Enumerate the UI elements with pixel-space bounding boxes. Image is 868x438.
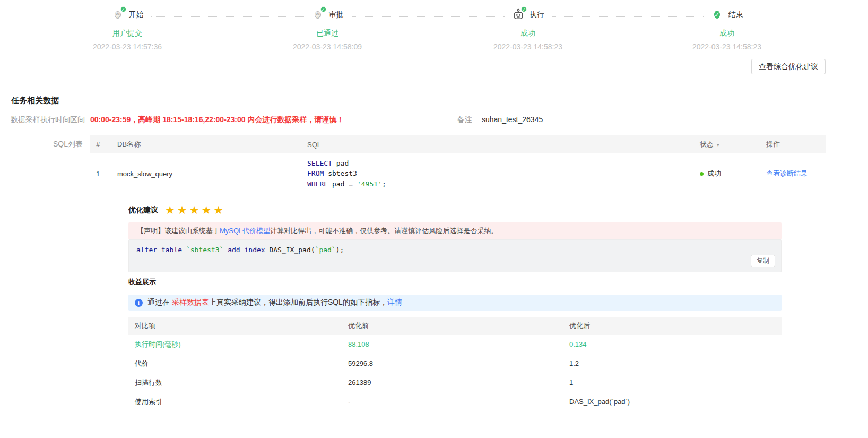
before-value: -: [348, 398, 569, 406]
col-sql: SQL: [307, 141, 700, 149]
status-dot-icon: [700, 172, 704, 176]
mysql-cost-model-link[interactable]: MySQL代价模型: [220, 227, 270, 235]
benefit-table-header: 对比项 优化前 优化后: [128, 317, 782, 335]
col-after: 优化后: [569, 321, 782, 331]
col-db-name: DB名称: [111, 140, 307, 149]
suggested-sql-box: alter table `sbtest3` add index DAS_IX_p…: [128, 239, 782, 272]
detail-link[interactable]: 详情: [387, 298, 402, 306]
view-diagnosis-link[interactable]: 查看诊断结果: [766, 169, 808, 177]
user-avatar-icon: 粟 ✓: [111, 8, 124, 21]
step-start: 粟 ✓ 开始 用户提交 2022-03-23 14:57:36: [42, 8, 212, 51]
col-action: 操作: [766, 140, 826, 149]
compare-item: 使用索引: [128, 397, 348, 407]
row-sql-cell: SELECT pad FROM sbtest3 WHERE pad = '495…: [307, 158, 700, 190]
sampling-window-label: 数据采样执行时间区间: [11, 115, 85, 125]
step-time: 2022-03-23 14:58:09: [242, 42, 412, 51]
sql-statement: SELECT pad FROM sbtest3 WHERE pad = '495…: [307, 158, 700, 190]
step-label: 结束: [728, 10, 743, 20]
section-divider: [0, 81, 868, 81]
workflow-detail-page: 粟 ✓ 开始 用户提交 2022-03-23 14:57:36 粟 ✓ 审批 已…: [0, 0, 868, 438]
compare-item: 执行时间(毫秒): [128, 340, 348, 349]
suggestion-header: 优化建议 ★★★★★: [128, 205, 782, 216]
after-value: DAS_IX_pad(`pad`): [569, 398, 782, 406]
step-time: 2022-03-23 14:58:23: [642, 42, 812, 51]
status-badge: 成功: [707, 169, 721, 177]
benefit-table: 对比项 优化前 优化后 执行时间(毫秒) 88.108 0.134 代价 592…: [128, 317, 782, 411]
step-status: 成功: [642, 29, 812, 38]
after-value: 1.2: [569, 359, 782, 367]
before-value: 261389: [348, 379, 569, 387]
compare-item: 代价: [128, 359, 348, 368]
before-value: 88.108: [348, 340, 569, 348]
step-label: 审批: [329, 10, 344, 20]
table-row: 代价 59296.8 1.2: [128, 354, 782, 373]
info-icon: i: [135, 299, 143, 307]
step-time: 2022-03-23 14:57:36: [42, 42, 212, 51]
copy-button[interactable]: 复制: [751, 255, 775, 267]
step-status: 已通过: [242, 29, 412, 38]
row-db-name: mock_slow_query: [111, 170, 307, 178]
after-value: 1: [569, 379, 782, 387]
remark-value: suhan_test_26345: [482, 115, 543, 124]
after-value: 0.134: [569, 340, 782, 348]
status-filter-caret-icon[interactable]: ▾: [717, 142, 719, 148]
compare-item: 扫描行数: [128, 378, 348, 388]
col-status: 状态▾: [700, 140, 766, 149]
task-info-row: 数据采样执行时间区间 00:00-23:59，高峰期 18:15-18:16,2…: [0, 115, 868, 126]
robot-icon: ✓: [512, 8, 525, 21]
step-status: 成功: [443, 29, 613, 38]
step-finish: ✓ 结束 成功 2022-03-23 14:58:23: [642, 8, 812, 51]
check-badge-icon: ✓: [120, 6, 126, 12]
view-overall-suggestion-button[interactable]: 查看综合优化建议: [751, 59, 826, 74]
check-badge-icon: ✓: [320, 6, 326, 12]
suggestion-title: 优化建议: [128, 205, 158, 215]
success-check-icon: ✓: [711, 8, 724, 21]
suggestion-detail-panel: 优化建议 ★★★★★ 【声明】该建议由系统基于MySQL代价模型计算对比得出，可…: [128, 194, 782, 411]
step-time: 2022-03-23 14:58:23: [443, 42, 613, 51]
sample-table-highlight: 采样数据表: [172, 298, 209, 306]
benefit-title: 收益展示: [128, 277, 782, 287]
table-row: 1 mock_slow_query SELECT pad FROM sbtest…: [90, 153, 826, 194]
step-label: 执行: [530, 10, 544, 20]
row-action: 查看诊断结果: [766, 169, 826, 178]
row-index: 1: [90, 170, 111, 178]
table-row: 使用索引 - DAS_IX_pad(`pad`): [128, 392, 782, 411]
step-status: 用户提交: [42, 29, 212, 38]
row-status: 成功: [700, 169, 766, 178]
workflow-stepper: 粟 ✓ 开始 用户提交 2022-03-23 14:57:36 粟 ✓ 审批 已…: [0, 8, 868, 59]
table-row: 扫描行数 261389 1: [128, 373, 782, 392]
step-approval: 粟 ✓ 审批 已通过 2022-03-23 14:58:09: [242, 8, 412, 51]
sql-table-header: # DB名称 SQL 状态▾ 操作: [90, 135, 826, 153]
check-badge-icon: ✓: [521, 6, 527, 12]
before-value: 59296.8: [348, 359, 569, 367]
task-section-title: 任务相关数据: [11, 96, 59, 106]
col-compare-item: 对比项: [128, 321, 348, 331]
benefit-info-text: 通过在 采样数据表上真实采纳建议，得出添加前后执行SQL的如下指标，详情: [147, 298, 402, 307]
remark: 备注suhan_test_26345: [457, 115, 543, 125]
user-avatar-icon: 粟 ✓: [311, 8, 324, 21]
sql-list-label: SQL列表: [0, 140, 83, 149]
rating-stars-icon: ★★★★★: [165, 205, 225, 216]
suggested-sql-statement: alter table `sbtest3` add index DAS_IX_p…: [136, 246, 344, 254]
disclaimer-text: 【声明】该建议由系统基于: [137, 227, 220, 235]
disclaimer-banner: 【声明】该建议由系统基于MySQL代价模型计算对比得出，可能不准确，仅供参考。请…: [128, 222, 782, 239]
step-execute: ✓ 执行 成功 2022-03-23 14:58:23: [443, 8, 613, 51]
col-index: #: [90, 141, 111, 149]
sampling-window-warning: 00:00-23:59，高峰期 18:15-18:16,22:00-23:00 …: [90, 115, 344, 125]
benefit-info-banner: i 通过在 采样数据表上真实采纳建议，得出添加前后执行SQL的如下指标，详情: [128, 295, 782, 311]
table-row: 执行时间(毫秒) 88.108 0.134: [128, 335, 782, 354]
col-before: 优化前: [348, 321, 569, 331]
step-label: 开始: [129, 10, 144, 20]
sql-table: # DB名称 SQL 状态▾ 操作 1 mock_slow_query SELE…: [90, 135, 826, 411]
remark-label: 备注: [457, 115, 472, 124]
disclaimer-text: 计算对比得出，可能不准确，仅供参考。请谨慎评估风险后选择是否采纳。: [270, 227, 498, 235]
